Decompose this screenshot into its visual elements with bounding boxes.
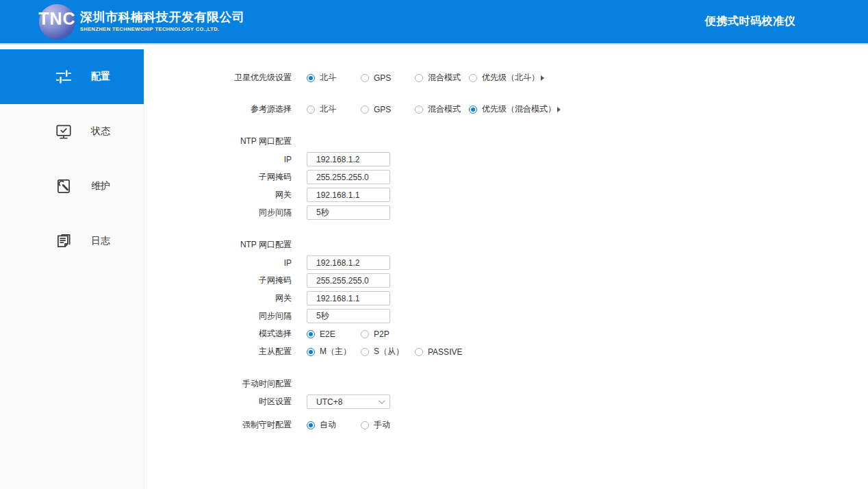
ntp2-gateway-row: 网关 (144, 291, 868, 305)
field-label-mode: 模式选择 (144, 328, 292, 340)
satellite-priority-row: 卫星优先级设置 北斗 GPS 混合模式 优先级（北斗） (144, 71, 868, 85)
field-label-master-slave: 主从配置 (144, 346, 292, 358)
app-header: TNC 深圳市科楠科技开发有限公司 SHENZHEN TECHNEWCHIP T… (0, 0, 868, 45)
master-slave-row: 主从配置 M（主） S（从） PASSIVE (144, 344, 868, 359)
ntp1-sync-interval-input[interactable] (307, 205, 390, 220)
radio-circle (469, 105, 477, 114)
radio-reference-mixed[interactable]: 混合模式 (415, 103, 469, 115)
field-label-gateway: 网关 (144, 292, 292, 304)
field-label-satellite-priority: 卫星优先级设置 (144, 72, 292, 84)
ntp1-subnet-mask-input[interactable] (307, 170, 390, 184)
radio-circle (307, 330, 315, 338)
radio-force-auto[interactable]: 自动 (307, 419, 361, 431)
sidebar-item-maintenance[interactable]: 维护 (0, 159, 144, 214)
ntp1-ip-row: IP (144, 152, 868, 166)
ntp2-sync-interval-input[interactable] (307, 309, 390, 323)
company-logo: TNC (39, 4, 75, 40)
field-label-subnet-mask: 子网掩码 (144, 171, 292, 183)
field-label-ip: IP (144, 155, 292, 164)
timezone-value: UTC+8 (316, 397, 342, 407)
radio-reference-priority[interactable]: 优先级（混合模式） (469, 103, 561, 115)
radio-satellite-gps[interactable]: GPS (361, 73, 415, 83)
radio-force-manual[interactable]: 手动 (361, 419, 415, 431)
expand-arrow-icon[interactable] (541, 75, 544, 81)
radio-mode-p2p[interactable]: P2P (361, 329, 415, 339)
ntp2-section-row: NTP 网口配置 (144, 238, 868, 252)
chevron-down-icon (379, 397, 385, 404)
log-document-icon (55, 232, 73, 250)
radio-ms-slave[interactable]: S（从） (361, 346, 415, 358)
ntp1-gateway-row: 网关 (144, 188, 868, 202)
ntp2-gateway-input[interactable] (307, 291, 390, 305)
radio-mode-e2e[interactable]: E2E (307, 329, 361, 339)
field-label-sync-interval: 同步间隔 (144, 207, 292, 218)
sidebar-item-label: 日志 (91, 235, 110, 247)
radio-reference-gps[interactable]: GPS (361, 105, 415, 114)
radio-circle (361, 74, 369, 82)
radio-ms-master[interactable]: M（主） (307, 346, 361, 358)
radio-reference-beidou[interactable]: 北斗 (307, 103, 361, 115)
company-block: 深圳市科楠科技开发有限公司 SHENZHEN TECHNEWCHIP TECHN… (80, 11, 245, 33)
sidebar-item-label: 配置 (91, 71, 110, 83)
ntp1-section-row: NTP 网口配置 (144, 134, 868, 149)
radio-circle (361, 421, 369, 429)
section-title-ntp2: NTP 网口配置 (144, 239, 292, 251)
radio-satellite-mixed[interactable]: 混合模式 (415, 72, 469, 84)
product-title: 便携式时码校准仪 (705, 14, 795, 29)
radio-circle (307, 105, 315, 114)
field-label-force-timekeeping: 强制守时配置 (144, 419, 292, 431)
timezone-row: 时区设置 UTC+8 (144, 394, 868, 409)
sidebar-item-config[interactable]: 配置 (0, 49, 144, 104)
company-name: 深圳市科楠科技开发有限公司 (80, 11, 245, 25)
sidebar: 配置 状态 维护 (0, 49, 144, 489)
ntp2-interval-row: 同步间隔 (144, 309, 868, 323)
ntp2-ip-input[interactable] (307, 255, 390, 270)
radio-circle (361, 348, 369, 356)
page-body: 配置 状态 维护 (0, 49, 868, 489)
field-label-sync-interval: 同步间隔 (144, 310, 292, 322)
sidebar-item-logs[interactable]: 日志 (0, 214, 144, 268)
sliders-icon (55, 68, 73, 86)
radio-circle (415, 348, 423, 356)
manual-time-section-row: 手动时间配置 (144, 377, 868, 391)
field-label-gateway: 网关 (144, 189, 292, 201)
mode-select-row: 模式选择 E2E P2P (144, 327, 868, 341)
logo-text: TNC (38, 10, 77, 27)
ntp2-subnet-mask-input[interactable] (307, 273, 390, 288)
field-label-reference-source: 参考源选择 (144, 103, 292, 115)
section-title-ntp1: NTP 网口配置 (144, 136, 292, 147)
section-title-manual-time: 手动时间配置 (144, 378, 292, 390)
field-label-timezone: 时区设置 (144, 396, 292, 408)
ntp1-mask-row: 子网掩码 (144, 170, 868, 184)
radio-ms-passive[interactable]: PASSIVE (415, 347, 462, 357)
timezone-select[interactable]: UTC+8 (307, 394, 390, 409)
radio-circle (415, 105, 423, 114)
monitor-check-icon (55, 123, 73, 140)
ntp2-mask-row: 子网掩码 (144, 273, 868, 288)
company-subtitle: SHENZHEN TECHNEWCHIP TECHNOLOGY CO.,LTD. (80, 26, 245, 32)
field-label-subnet-mask: 子网掩码 (144, 275, 292, 286)
sidebar-item-label: 维护 (91, 180, 110, 192)
force-timekeeping-row: 强制守时配置 自动 手动 (144, 418, 868, 432)
wrench-document-icon (55, 177, 73, 195)
ntp1-interval-row: 同步间隔 (144, 205, 868, 220)
radio-satellite-priority[interactable]: 优先级（北斗） (469, 72, 544, 84)
sidebar-item-status[interactable]: 状态 (0, 104, 144, 159)
expand-arrow-icon[interactable] (557, 107, 561, 112)
sidebar-item-label: 状态 (91, 125, 110, 138)
radio-circle (469, 74, 477, 82)
brand: TNC 深圳市科楠科技开发有限公司 SHENZHEN TECHNEWCHIP T… (39, 4, 245, 40)
radio-circle (361, 330, 369, 338)
ntp1-ip-input[interactable] (307, 152, 390, 166)
field-label-ip: IP (144, 258, 292, 268)
ntp2-ip-row: IP (144, 255, 868, 270)
radio-satellite-beidou[interactable]: 北斗 (307, 72, 361, 84)
radio-circle (361, 105, 369, 114)
config-form: 卫星优先级设置 北斗 GPS 混合模式 优先级（北斗） (144, 49, 868, 489)
ntp1-gateway-input[interactable] (307, 188, 390, 202)
radio-circle (307, 74, 315, 82)
reference-source-row: 参考源选择 北斗 GPS 混合模式 优先级（混合模式） (144, 102, 868, 116)
radio-circle (307, 421, 315, 429)
radio-circle (307, 348, 315, 356)
radio-circle (415, 74, 423, 82)
